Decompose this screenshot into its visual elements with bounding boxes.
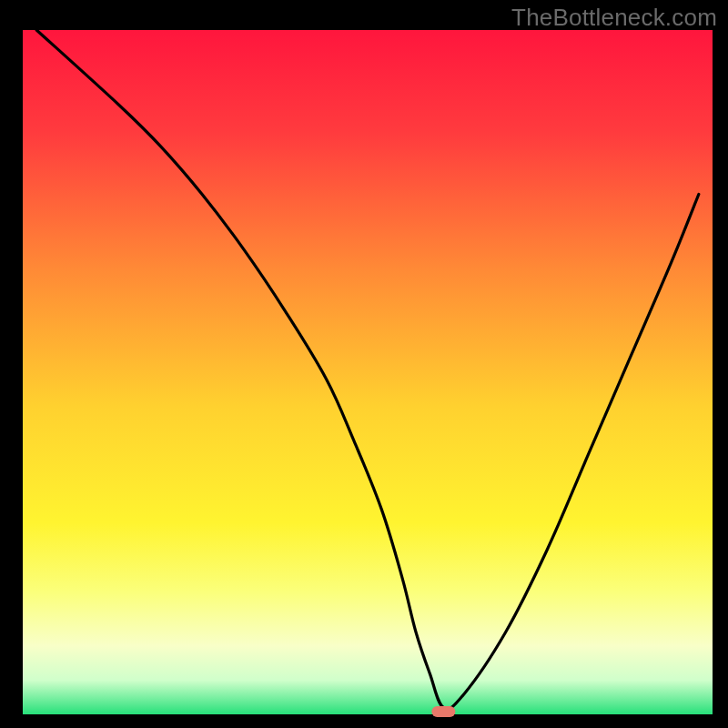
minimum-marker [431,706,455,717]
watermark-text: TheBottleneck.com [511,4,717,32]
bottleneck-chart [0,0,728,728]
chart-frame: TheBottleneck.com [0,0,728,728]
plot-background [23,30,713,714]
